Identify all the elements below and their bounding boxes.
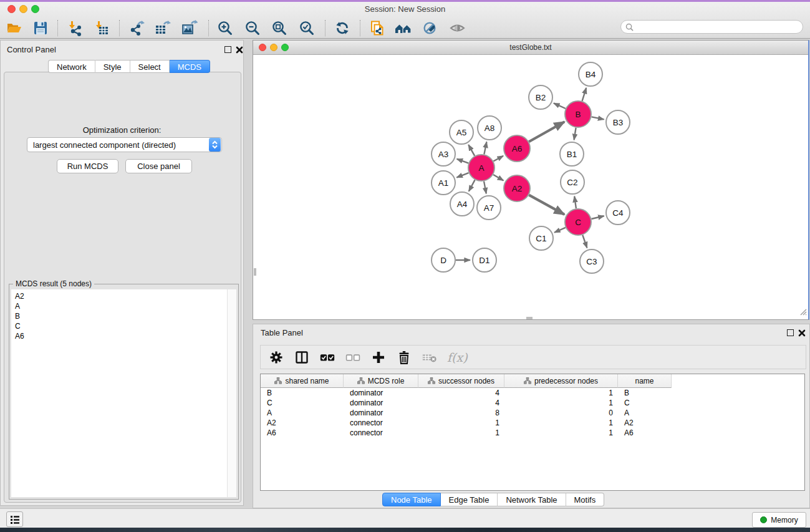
table-cell[interactable]: 1	[504, 418, 618, 428]
graph-edge-A-A1[interactable]	[456, 173, 468, 178]
optimization-select[interactable]: largest connected component (directed)	[27, 137, 222, 152]
table-cell[interactable]: 1	[418, 428, 504, 438]
graph-node-A3[interactable]: A3	[432, 142, 455, 166]
hide-columns-icon[interactable]	[345, 349, 361, 365]
mcds-result-item[interactable]: A	[15, 301, 227, 311]
graph-edge-A-A8[interactable]	[484, 142, 486, 155]
import-network-icon[interactable]	[66, 19, 84, 37]
graph-node-C[interactable]: C	[565, 209, 591, 235]
create-column-icon[interactable]	[370, 349, 387, 365]
graph-node-A2[interactable]: A2	[504, 175, 530, 201]
table-row[interactable]: Cdominator41C	[261, 398, 804, 408]
table-cell[interactable]: A6	[618, 428, 672, 438]
export-table-icon[interactable]	[154, 19, 171, 37]
task-history-button[interactable]	[6, 511, 23, 527]
graph-node-A4[interactable]: A4	[450, 192, 474, 216]
export-network-icon[interactable]	[128, 19, 146, 37]
float-panel-icon[interactable]	[224, 46, 231, 53]
network-window-titlebar[interactable]: testGlobe.txt	[253, 41, 808, 55]
table-cell[interactable]: 1	[504, 398, 618, 408]
graph-edge-C-C1[interactable]	[554, 228, 566, 233]
graph-edge-B-B4[interactable]	[582, 88, 587, 101]
graph-node-D1[interactable]: D1	[473, 248, 496, 272]
graphics-details-eye-icon[interactable]	[448, 19, 466, 37]
network-canvas[interactable]: B4B2BB3A8A5A6B1A3AC2A1A2A4A7C4CC1C3DD1	[253, 55, 808, 319]
graph-node-C3[interactable]: C3	[580, 249, 604, 273]
function-builder-icon[interactable]: f(x)	[447, 351, 468, 364]
graph-node-B[interactable]: B	[565, 101, 591, 127]
save-session-icon[interactable]	[32, 19, 49, 37]
table-cell[interactable]: 4	[418, 388, 504, 398]
table-cell[interactable]: C	[261, 398, 344, 408]
float-table-panel-icon[interactable]	[787, 329, 794, 336]
table-cell[interactable]: dominator	[344, 388, 418, 398]
graph-edge-B-B3[interactable]	[592, 117, 604, 119]
memory-button[interactable]: Memory	[752, 512, 806, 528]
mcds-result-item[interactable]: A2	[15, 291, 227, 301]
graph-node-A5[interactable]: A5	[450, 120, 473, 144]
graph-node-C2[interactable]: C2	[561, 170, 584, 194]
table-cell[interactable]: A2	[261, 418, 344, 428]
graph-node-D[interactable]: D	[432, 248, 455, 272]
close-panel-icon[interactable]	[236, 45, 243, 56]
column-header-shared-name[interactable]: shared name	[261, 374, 344, 388]
import-table-icon[interactable]	[93, 19, 110, 37]
tab-mcds[interactable]: MCDS	[170, 60, 210, 73]
graph-node-A6[interactable]: A6	[504, 135, 530, 162]
graph-edge-A-A4[interactable]	[469, 180, 475, 191]
graph-node-B4[interactable]: B4	[579, 62, 602, 86]
delete-table-icon[interactable]	[422, 349, 438, 365]
table-cell[interactable]: B	[261, 388, 344, 398]
table-cell[interactable]: connector	[344, 418, 418, 428]
zoom-selected-icon[interactable]	[298, 19, 316, 37]
tab-network[interactable]: Network	[48, 60, 95, 73]
table-row[interactable]: Bdominator41B	[261, 388, 804, 398]
close-table-panel-icon[interactable]	[798, 328, 806, 339]
graph-node-B2[interactable]: B2	[529, 85, 552, 109]
graph-edge-B-B1[interactable]	[574, 128, 576, 140]
table-cell[interactable]: 1	[504, 388, 618, 398]
mcds-list-scrollbar[interactable]	[227, 289, 236, 497]
graph-edge-C-C4[interactable]	[591, 216, 604, 219]
graph-edge-A-A3[interactable]	[457, 159, 469, 163]
graph-edge-B-B2[interactable]	[554, 103, 566, 109]
graph-node-A8[interactable]: A8	[478, 116, 501, 140]
export-image-icon[interactable]	[181, 19, 198, 37]
mcds-result-item[interactable]: B	[15, 311, 227, 321]
graph-edge-C-C3[interactable]	[582, 235, 587, 248]
run-mcds-button[interactable]: Run MCDS	[57, 159, 118, 173]
table-settings-icon[interactable]	[268, 349, 284, 365]
network-graph[interactable]: B4B2BB3A8A5A6B1A3AC2A1A2A4A7C4CC1C3DD1	[253, 55, 808, 319]
resize-grip-icon[interactable]	[799, 307, 807, 318]
table-cell[interactable]: dominator	[344, 398, 418, 408]
zoom-in-icon[interactable]	[216, 19, 234, 37]
search-field[interactable]	[620, 20, 803, 34]
graph-edge-A2-C[interactable]	[529, 195, 564, 215]
table-row[interactable]: A2connector11A2	[261, 418, 804, 428]
table-cell[interactable]: C	[618, 398, 672, 408]
graph-edge-A6-B[interactable]	[529, 122, 564, 142]
tab-style[interactable]: Style	[95, 60, 130, 73]
show-columns-icon[interactable]	[319, 349, 335, 365]
first-neighbors-icon[interactable]	[395, 19, 412, 37]
graph-node-C4[interactable]: C4	[606, 201, 630, 225]
table-row[interactable]: Adominator80A	[261, 408, 804, 418]
delete-columns-icon[interactable]	[396, 349, 412, 365]
table-row[interactable]: A6connector11A6	[261, 428, 804, 438]
graph-edge-A-A2[interactable]	[493, 175, 503, 180]
tab-network-table[interactable]: Network Table	[498, 493, 566, 506]
horizontal-scroll-thumb[interactable]	[526, 317, 533, 319]
toggle-labels-icon[interactable]	[422, 19, 439, 37]
graph-node-B1[interactable]: B1	[560, 142, 584, 166]
graph-edge-C-C2[interactable]	[574, 196, 576, 208]
graph-node-A[interactable]: A	[468, 155, 494, 181]
zoom-fit-icon[interactable]	[271, 19, 288, 37]
mcds-result-item[interactable]: A6	[15, 331, 227, 341]
tab-motifs[interactable]: Motifs	[566, 493, 605, 506]
graph-node-A7[interactable]: A7	[477, 196, 501, 220]
table-cell[interactable]: 1	[418, 418, 504, 428]
graph-node-B3[interactable]: B3	[606, 110, 630, 134]
table-cell[interactable]: A	[261, 408, 344, 418]
tab-node-table[interactable]: Node Table	[382, 493, 441, 506]
tab-select[interactable]: Select	[130, 60, 170, 73]
